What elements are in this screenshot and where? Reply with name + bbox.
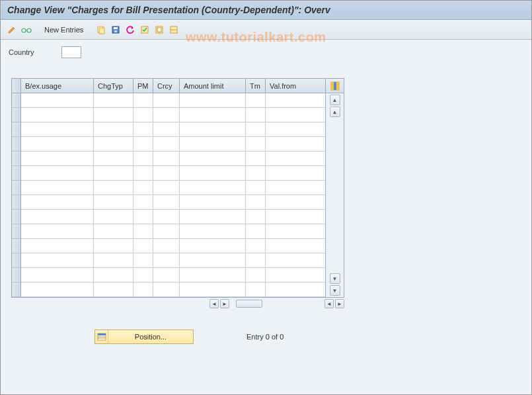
cell-valfrom[interactable] xyxy=(266,195,325,210)
cell-tm[interactable] xyxy=(246,93,266,108)
col-header-valfrom[interactable]: Val.from xyxy=(266,79,325,93)
row-handle[interactable] xyxy=(12,268,21,283)
cell-valfrom[interactable] xyxy=(266,93,325,108)
cell-valfrom[interactable] xyxy=(266,224,325,239)
select-all-icon[interactable] xyxy=(139,24,151,36)
new-entries-button[interactable]: New Entries xyxy=(39,24,89,35)
cell-bex[interactable] xyxy=(21,283,94,297)
cell-valfrom[interactable] xyxy=(266,239,325,253)
cell-amount[interactable] xyxy=(180,239,246,253)
cell-tm[interactable] xyxy=(246,239,266,253)
cell-crcy[interactable] xyxy=(153,108,180,122)
cell-amount[interactable] xyxy=(180,195,246,210)
cell-valfrom[interactable] xyxy=(266,253,325,268)
change-icon[interactable] xyxy=(6,24,18,36)
cell-bex[interactable] xyxy=(21,152,94,166)
hscroll-left2-icon[interactable]: ◄ xyxy=(324,299,334,308)
cell-pm[interactable] xyxy=(133,195,153,210)
cell-tm[interactable] xyxy=(246,268,266,283)
delimit-icon[interactable] xyxy=(168,24,180,36)
cell-bex[interactable] xyxy=(21,108,94,122)
cell-bex[interactable] xyxy=(21,210,94,224)
cell-bex[interactable] xyxy=(21,93,94,108)
cell-valfrom[interactable] xyxy=(266,210,325,224)
cell-pm[interactable] xyxy=(133,239,153,253)
cell-bex[interactable] xyxy=(21,224,94,239)
cell-pm[interactable] xyxy=(133,137,153,152)
cell-crcy[interactable] xyxy=(153,224,180,239)
cell-amount[interactable] xyxy=(180,122,246,137)
cell-pm[interactable] xyxy=(133,268,153,283)
cell-pm[interactable] xyxy=(133,181,153,195)
row-handle[interactable] xyxy=(12,253,21,268)
row-handle[interactable] xyxy=(12,283,21,297)
cell-tm[interactable] xyxy=(246,152,266,166)
cell-pm[interactable] xyxy=(133,210,153,224)
cell-tm[interactable] xyxy=(246,253,266,268)
cell-chgtyp[interactable] xyxy=(94,108,133,122)
cell-pm[interactable] xyxy=(133,166,153,181)
position-button[interactable]: Position... xyxy=(95,329,194,344)
row-handle[interactable] xyxy=(12,166,21,181)
cell-pm[interactable] xyxy=(133,152,153,166)
cell-amount[interactable] xyxy=(180,108,246,122)
save-icon[interactable] xyxy=(110,24,122,36)
deselect-all-icon[interactable] xyxy=(153,24,165,36)
cell-valfrom[interactable] xyxy=(266,152,325,166)
scroll-down2-icon[interactable]: ▼ xyxy=(330,285,340,296)
col-header-pm[interactable]: PM xyxy=(133,79,153,93)
hscroll-right2-icon[interactable]: ► xyxy=(335,299,344,308)
row-handle[interactable] xyxy=(12,152,21,166)
cell-crcy[interactable] xyxy=(153,137,180,152)
cell-valfrom[interactable] xyxy=(266,181,325,195)
cell-pm[interactable] xyxy=(133,108,153,122)
scroll-up2-icon[interactable]: ▲ xyxy=(330,107,340,117)
cell-valfrom[interactable] xyxy=(266,283,325,297)
copy-icon[interactable] xyxy=(95,24,107,36)
col-header-chgtyp[interactable]: ChgTyp xyxy=(94,79,133,93)
row-handle[interactable] xyxy=(12,224,21,239)
col-header-amount[interactable]: Amount limit xyxy=(180,79,246,93)
glasses-icon[interactable] xyxy=(20,24,32,36)
cell-crcy[interactable] xyxy=(153,239,180,253)
cell-chgtyp[interactable] xyxy=(94,224,133,239)
cell-chgtyp[interactable] xyxy=(94,122,133,137)
cell-bex[interactable] xyxy=(21,137,94,152)
cell-tm[interactable] xyxy=(246,122,266,137)
cell-bex[interactable] xyxy=(21,268,94,283)
cell-valfrom[interactable] xyxy=(266,137,325,152)
hscroll-right-icon[interactable]: ► xyxy=(220,299,229,308)
cell-amount[interactable] xyxy=(180,152,246,166)
col-header-tm[interactable]: Tm xyxy=(246,79,266,93)
cell-crcy[interactable] xyxy=(153,93,180,108)
cell-amount[interactable] xyxy=(180,166,246,181)
hscroll-left-icon[interactable]: ◄ xyxy=(209,299,219,308)
hscroll-track[interactable] xyxy=(236,300,262,308)
cell-chgtyp[interactable] xyxy=(94,152,133,166)
cell-pm[interactable] xyxy=(133,283,153,297)
cell-crcy[interactable] xyxy=(153,283,180,297)
cell-crcy[interactable] xyxy=(153,253,180,268)
cell-chgtyp[interactable] xyxy=(94,268,133,283)
row-handle[interactable] xyxy=(12,239,21,253)
cell-tm[interactable] xyxy=(246,195,266,210)
cell-crcy[interactable] xyxy=(153,210,180,224)
cell-bex[interactable] xyxy=(21,181,94,195)
cell-amount[interactable] xyxy=(180,210,246,224)
cell-crcy[interactable] xyxy=(153,152,180,166)
cell-valfrom[interactable] xyxy=(266,268,325,283)
cell-tm[interactable] xyxy=(246,137,266,152)
cell-bex[interactable] xyxy=(21,195,94,210)
cell-chgtyp[interactable] xyxy=(94,181,133,195)
cell-pm[interactable] xyxy=(133,122,153,137)
cell-amount[interactable] xyxy=(180,181,246,195)
cell-crcy[interactable] xyxy=(153,166,180,181)
cell-crcy[interactable] xyxy=(153,181,180,195)
cell-bex[interactable] xyxy=(21,253,94,268)
row-handle[interactable] xyxy=(12,181,21,195)
cell-chgtyp[interactable] xyxy=(94,283,133,297)
cell-amount[interactable] xyxy=(180,253,246,268)
cell-valfrom[interactable] xyxy=(266,122,325,137)
scroll-down-icon[interactable]: ▼ xyxy=(330,273,340,284)
cell-tm[interactable] xyxy=(246,166,266,181)
